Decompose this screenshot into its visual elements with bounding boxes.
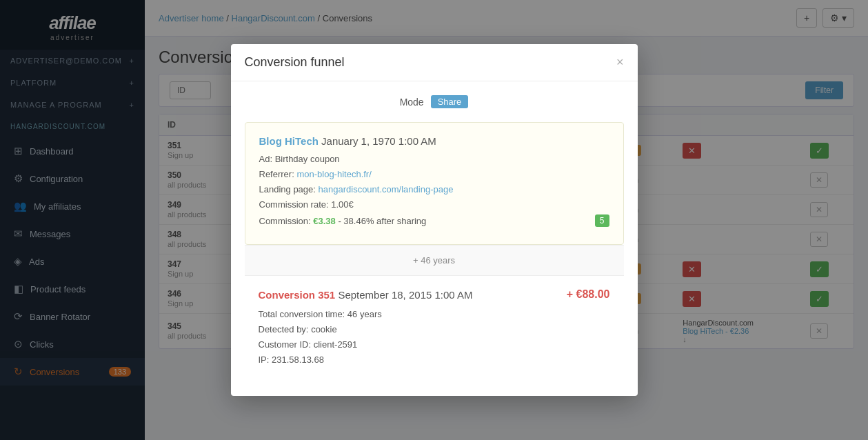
click-card: Blog HiTech January 1, 1970 1:00 AM Ad: … [245, 122, 624, 245]
detected-value: cookie [311, 324, 337, 334]
click-blog-name: Blog HiTech [259, 135, 319, 147]
referrer-label: Referrer: [259, 169, 294, 179]
conversion-amount: + €88.00 [567, 288, 610, 301]
commission-suffix: - 38.46% after sharing [338, 216, 426, 226]
mode-label: Mode [400, 97, 424, 108]
customer-value: client-2591 [314, 339, 358, 350]
mode-row: Mode Share [245, 95, 624, 108]
ip-value: 231.58.13.68 [272, 354, 324, 365]
conversion-customer: Customer ID: client-2591 [259, 339, 610, 350]
ad-value: Birthday coupon [275, 154, 340, 164]
modal-overlay[interactable]: Conversion funnel × Mode Share Blog HiTe… [0, 0, 868, 440]
commission-label: Commission: [259, 216, 311, 226]
click-card-title: Blog HiTech January 1, 1970 1:00 AM [259, 135, 609, 147]
conversion-number: 351 [318, 289, 335, 301]
conversion-date: September 18, 2015 1:00 AM [338, 289, 472, 301]
landing-label: Landing page: [259, 184, 316, 194]
click-date: January 1, 1970 1:00 AM [321, 135, 436, 147]
detected-label: Detected by: [259, 324, 309, 334]
modal-header: Conversion funnel × [231, 44, 638, 81]
conversion-total-time: Total conversion time: 46 years [259, 309, 610, 319]
conversion-detected: Detected by: cookie [259, 324, 610, 334]
landing-link[interactable]: hangardiscount.com/landing-page [319, 184, 454, 194]
customer-label: Customer ID: [259, 339, 312, 350]
commission-value: €3.38 [313, 216, 336, 226]
conversion-word: Conversion [259, 289, 316, 301]
click-referrer-row: Referrer: mon-blog-hitech.fr/ [259, 169, 609, 179]
conversion-header: Conversion 351 September 18, 2015 1:00 A… [259, 288, 610, 301]
conversion-title: Conversion 351 September 18, 2015 1:00 A… [259, 289, 473, 301]
click-landing-row: Landing page: hangardiscount.com/landing… [259, 184, 609, 194]
total-time-value: 46 years [347, 309, 382, 319]
conversion-ip: IP: 231.58.13.68 [259, 354, 610, 365]
modal-close-button[interactable]: × [616, 55, 624, 70]
ad-label: Ad: [259, 154, 273, 164]
click-commission-row: Commission: €3.38 - 38.46% after sharing… [259, 214, 609, 227]
modal-body: Mode Share Blog HiTech January 1, 1970 1… [231, 81, 638, 396]
click-commission-rate-row: Commission rate: 1.00€ [259, 199, 609, 210]
commission-rate-value: 1.00€ [331, 199, 354, 210]
num-badge: 5 [595, 214, 609, 227]
referrer-link[interactable]: mon-blog-hitech.fr/ [296, 169, 371, 179]
ip-label: IP: [259, 354, 270, 365]
conversion-funnel-modal: Conversion funnel × Mode Share Blog HiTe… [231, 44, 638, 396]
commission-rate-label: Commission rate: [259, 199, 329, 210]
mode-badge: Share [431, 95, 469, 108]
click-ad-row: Ad: Birthday coupon [259, 154, 609, 164]
gap-indicator: + 46 years [245, 245, 624, 276]
total-time-label: Total conversion time: [259, 309, 345, 319]
commission-text: Commission: €3.38 - 38.46% after sharing [259, 216, 427, 226]
conversion-card: Conversion 351 September 18, 2015 1:00 A… [245, 276, 624, 382]
modal-title: Conversion funnel [245, 55, 345, 70]
